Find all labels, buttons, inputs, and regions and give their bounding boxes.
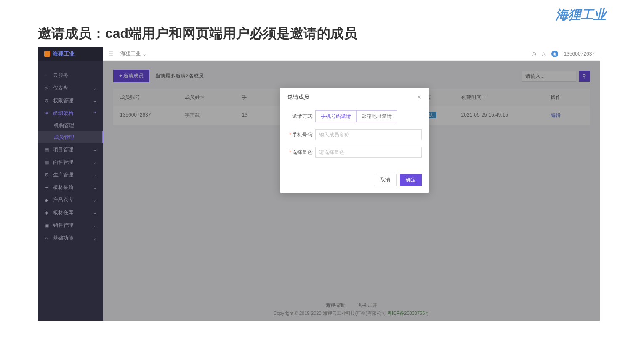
phone-input[interactable] (315, 129, 422, 140)
sidebar-item-project[interactable]: ▤项目管理⌄ (38, 143, 103, 156)
app-frame: 海狸工业 ☰ 海狸工业⌄ ◷ △ ◉ 13560072637 ⌂云服务 ◷仪表盘… (38, 47, 600, 321)
invite-method-group: 手机号码邀请 邮箱地址邀请 (315, 110, 397, 122)
sidebar-item-product-warehouse[interactable]: ◆产品仓库⌄ (38, 194, 103, 206)
dashboard-icon: ◷ (45, 85, 50, 91)
permission-icon: ⊗ (45, 98, 50, 104)
method-email-option[interactable]: 邮箱地址邀请 (357, 111, 397, 122)
confirm-button[interactable]: 确定 (400, 174, 422, 186)
slide-title: 邀请成员：cad端用户和网页端用户必须是邀请的成员 (38, 24, 357, 43)
menu-toggle-icon[interactable]: ☰ (108, 51, 114, 57)
modal-header: 邀请成员 ✕ (280, 88, 429, 107)
user-phone[interactable]: 13560072637 (564, 51, 595, 57)
header-right: ◷ △ ◉ 13560072637 (532, 51, 595, 57)
breadcrumb[interactable]: 海狸工业⌄ (120, 50, 146, 57)
sidebar-item-material[interactable]: ▤面料管理⌄ (38, 156, 103, 168)
logo-text: 海狸工业 (53, 50, 75, 58)
top-header: ☰ 海狸工业⌄ ◷ △ ◉ 13560072637 (103, 47, 600, 61)
sidebar-sub-member-manage[interactable]: 成员管理 (38, 131, 103, 143)
sidebar-item-dashboard[interactable]: ◷仪表盘⌄ (38, 82, 103, 94)
sales-icon: ▣ (45, 223, 50, 228)
sidebar-item-permission[interactable]: ⊗权限管理⌄ (38, 94, 103, 107)
basic-icon: △ (45, 235, 50, 241)
logo-icon (44, 51, 50, 57)
org-icon: ⚘ (45, 111, 50, 116)
app-logo[interactable]: 海狸工业 (38, 47, 103, 61)
sidebar-item-board-warehouse[interactable]: ◈板材仓库⌄ (38, 206, 103, 219)
project-icon: ▤ (45, 147, 50, 152)
sidebar-item-organization[interactable]: ⚘组织架构⌃ (38, 107, 103, 120)
brand-logo: 海狸工业 (556, 6, 606, 24)
clock-icon[interactable]: ◷ (532, 51, 536, 57)
bell-icon[interactable]: △ (542, 51, 546, 57)
method-label: 邀请方式: (287, 113, 314, 120)
sidebar: ⌂云服务 ◷仪表盘⌄ ⊗权限管理⌄ ⚘组织架构⌃ 机构管理 成员管理 ▤项目管理… (38, 61, 103, 321)
method-phone-option[interactable]: 手机号码邀请 (316, 111, 357, 122)
role-label: *选择角色: (287, 149, 314, 156)
avatar[interactable]: ◉ (551, 51, 558, 57)
close-icon[interactable]: ✕ (417, 94, 422, 101)
sidebar-item-cloud[interactable]: ⌂云服务 (38, 69, 103, 82)
sidebar-sub-org-manage[interactable]: 机构管理 (38, 120, 103, 131)
sidebar-item-sales[interactable]: ▣销售管理⌄ (38, 219, 103, 232)
role-select[interactable] (315, 147, 422, 158)
home-icon: ⌂ (45, 73, 50, 78)
board-icon: ◈ (45, 210, 50, 216)
production-icon: ⚙ (45, 172, 50, 178)
phone-label: *手机号码: (287, 131, 314, 138)
invite-modal: 邀请成员 ✕ 邀请方式: 手机号码邀请 邮箱地址邀请 *手机号码: *选择角色:… (280, 88, 429, 193)
sidebar-item-production[interactable]: ⚙生产管理⌄ (38, 168, 103, 181)
purchase-icon: ⊟ (45, 185, 50, 190)
material-icon: ▤ (45, 160, 50, 165)
cancel-button[interactable]: 取消 (374, 174, 397, 186)
sidebar-item-purchase[interactable]: ⊟板材采购⌄ (38, 181, 103, 194)
sidebar-item-basic[interactable]: △基础功能⌄ (38, 232, 103, 244)
warehouse-icon: ◆ (45, 197, 50, 203)
modal-title: 邀请成员 (287, 93, 309, 101)
